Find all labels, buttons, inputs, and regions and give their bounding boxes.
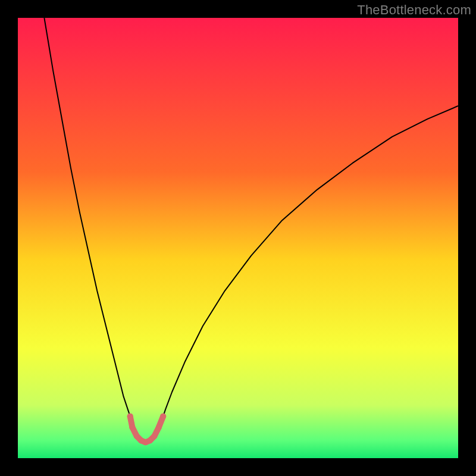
series-valley-highlight-dot: [129, 424, 135, 430]
series-valley-highlight-dot: [156, 424, 162, 430]
series-valley-highlight-dot: [151, 433, 157, 439]
gradient-background: [18, 18, 458, 458]
series-valley-highlight-dot: [160, 414, 166, 419]
series-valley-highlight-dot: [134, 433, 140, 439]
series-valley-highlight-dot: [127, 414, 133, 419]
chart-frame: TheBottleneck.com: [0, 0, 476, 476]
series-valley-highlight-dot: [147, 437, 153, 443]
plot-area: [18, 18, 458, 458]
plot-svg: [18, 18, 458, 458]
attribution-label: TheBottleneck.com: [357, 2, 471, 18]
